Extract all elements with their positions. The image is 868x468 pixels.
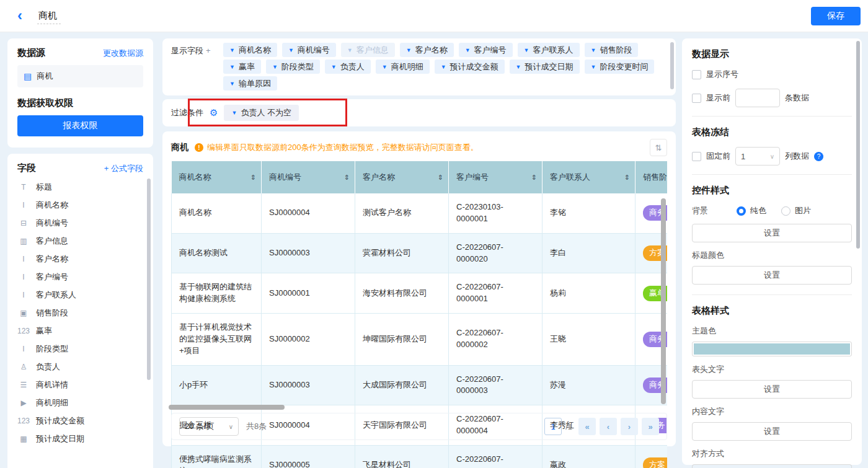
column-sort-icon[interactable]: ⇕ <box>438 174 443 182</box>
column-header[interactable]: 客户编号⇕ <box>449 161 542 193</box>
title-color-set-button[interactable]: 设置 <box>692 266 852 285</box>
column-header[interactable]: 销售阶段 <box>636 161 668 193</box>
show-first-label: 显示前 <box>706 92 730 104</box>
caret-down-icon: ▼ <box>347 47 353 53</box>
back-icon[interactable]: ‹ <box>17 7 22 24</box>
show-index-checkbox[interactable] <box>692 70 701 79</box>
field-item-opportunity-lines[interactable]: ▶商机明细 <box>17 394 143 412</box>
column-sort-icon[interactable]: ⇕ <box>250 174 256 182</box>
display-fields-scrollbar[interactable] <box>670 42 674 89</box>
change-datasource-link[interactable]: 更改数据源 <box>103 48 143 59</box>
header-text-set-button[interactable]: 设置 <box>692 380 852 399</box>
chip-customer-code[interactable]: ▼客户编号 <box>459 43 513 57</box>
table-vertical-scrollbar[interactable] <box>661 198 666 404</box>
chip-opportunity-name[interactable]: ▼商机名称 <box>223 43 277 57</box>
next-page-button[interactable]: › <box>621 418 638 435</box>
field-item-opportunity-detail[interactable]: ☰商机详情 <box>17 376 143 394</box>
content-text-label: 内容文字 <box>692 406 852 417</box>
field-item-stage-type[interactable]: I阶段类型 <box>17 340 143 358</box>
add-display-field-button[interactable]: + <box>206 46 211 55</box>
text-icon: I <box>17 291 30 299</box>
caret-down-icon: ∨ <box>770 153 774 160</box>
fields-scrollbar[interactable] <box>147 179 151 380</box>
chip-stage-type[interactable]: ▼阶段类型 <box>266 60 320 74</box>
chip-lost-reason[interactable]: ▼输单原因 <box>223 76 277 91</box>
number-icon: 123 <box>17 417 30 425</box>
page-title: 商机 <box>37 10 61 24</box>
page-size-select[interactable]: 20 条/页 ∨ <box>179 417 239 436</box>
preview-notice: ! 编辑界面只取数据源前200条作为查询数据预览，完整数据请访问页面查看。 <box>195 142 479 153</box>
caret-down-icon: ▼ <box>231 110 237 116</box>
field-item-customer-contact[interactable]: I客户联系人 <box>17 286 143 304</box>
field-item-expected-amount[interactable]: 123预计成交金额 <box>17 412 143 430</box>
chip-owner[interactable]: ▼负责人 <box>325 60 371 74</box>
text-icon: I <box>17 201 30 210</box>
table-header-row: 商机名称⇕ 商机编号⇕ 客户名称⇕ 客户编号⇕ 客户联系人⇕ 销售阶段 <box>172 161 668 193</box>
chip-customer-info[interactable]: ▼客户信息 <box>341 43 395 57</box>
theme-color-picker[interactable] <box>692 342 852 356</box>
table-row[interactable]: 商机名称SJ0000004测试客户名称C-20230103-0000001李铭 … <box>172 193 668 233</box>
table-row[interactable]: 基于物联网的建筑结构健康检测系统SJ0000001海安材料有限公司C-20220… <box>172 273 668 314</box>
report-permission-button[interactable]: 报表权限 <box>17 115 143 136</box>
content-text-set-button[interactable]: 设置 <box>692 422 852 441</box>
table-row[interactable]: 基于计算机视觉技术的监控摄像头互联网+项目SJ0000002坤曜国际有限公司C-… <box>172 314 668 366</box>
chip-customer-name[interactable]: ▼客户名称 <box>400 43 454 57</box>
datasource-card: 数据源 更改数据源 ▤ 商机 数据获取权限 报表权限 <box>7 38 153 148</box>
field-item-expected-date[interactable]: ▦预计成交日期 <box>17 430 143 448</box>
column-header[interactable]: 客户名称⇕ <box>355 161 449 193</box>
table-row[interactable]: 便携式哮喘病监测系统SJ0000005飞星材料公司C-20220607-0000… <box>172 445 668 468</box>
display-fields-label: 显示字段+ <box>171 43 223 91</box>
save-button[interactable]: 保存 <box>811 7 861 25</box>
datasource-item[interactable]: ▤ 商机 <box>17 65 143 87</box>
table-horizontal-scrollbar[interactable] <box>169 405 285 410</box>
chip-customer-contact[interactable]: ▼客户联系人 <box>518 43 580 57</box>
page-number-input[interactable]: 1 <box>544 418 562 435</box>
chip-expected-amount[interactable]: ▼预计成交金额 <box>435 60 505 74</box>
table-row[interactable]: 商机名称测试SJ0000003蓂霍材料公司C-20220607-0000020李… <box>172 233 668 273</box>
chip-stage-change-time[interactable]: ▼阶段变更时间 <box>585 60 655 74</box>
field-label: 客户信息 <box>36 236 68 247</box>
chip-sales-stage[interactable]: ▼销售阶段 <box>585 43 639 57</box>
settings-scrollbar[interactable] <box>856 41 860 249</box>
field-item-sales-stage[interactable]: ▣销售阶段 <box>17 304 143 322</box>
show-first-checkbox[interactable] <box>692 94 701 103</box>
chip-opportunity-lines[interactable]: ▼商机明细 <box>376 60 430 74</box>
field-item-title[interactable]: T标题 <box>17 178 143 196</box>
field-item-win-rate[interactable]: 123赢率 <box>17 322 143 340</box>
help-icon[interactable]: ? <box>814 152 823 161</box>
caret-down-icon: ▼ <box>406 47 412 53</box>
caret-down-icon: ▼ <box>229 81 235 87</box>
first-page-button[interactable]: « <box>578 418 596 435</box>
gear-icon[interactable]: ⚙ <box>210 107 218 118</box>
column-header[interactable]: 商机编号⇕ <box>262 161 355 193</box>
background-set-button[interactable]: 设置 <box>692 224 852 242</box>
add-formula-field-link[interactable]: + 公式字段 <box>104 163 143 174</box>
field-item-customer-info[interactable]: ▥客户信息 <box>17 232 143 250</box>
filter-condition-chip[interactable]: ▼ 负责人 不为空 <box>224 105 299 121</box>
align-select[interactable] <box>692 464 852 468</box>
freeze-count-select[interactable]: 1 ∨ <box>735 147 780 166</box>
prev-page-button[interactable]: ‹ <box>600 418 617 435</box>
column-sort-icon[interactable]: ⇕ <box>344 174 350 182</box>
row-limit-input[interactable] <box>735 89 780 107</box>
freeze-columns-checkbox[interactable] <box>692 152 701 161</box>
chip-opportunity-code[interactable]: ▼商机编号 <box>282 43 336 57</box>
image-radio[interactable] <box>781 206 790 216</box>
column-header[interactable]: 客户联系人⇕ <box>542 161 636 193</box>
column-header[interactable]: 商机名称⇕ <box>172 161 262 193</box>
field-item-opportunity-code[interactable]: ⊟商机编号 <box>17 214 143 232</box>
field-label: 销售阶段 <box>36 307 68 319</box>
field-item-opportunity-name[interactable]: I商机名称 <box>17 196 143 214</box>
field-item-customer-name[interactable]: I客户名称 <box>17 250 143 268</box>
chip-win-rate[interactable]: ▼赢率 <box>223 60 261 74</box>
sort-toggle-button[interactable]: ⇅ <box>650 139 667 156</box>
table-row[interactable]: 小p手环SJ0000003大成国际有限公司C-20220607-0000003苏… <box>172 365 668 405</box>
text-icon: I <box>17 345 30 353</box>
chip-expected-date[interactable]: ▼预计成交日期 <box>510 60 580 74</box>
column-sort-icon[interactable]: ⇕ <box>531 174 537 182</box>
field-item-owner[interactable]: ♙负责人 <box>17 358 143 376</box>
field-item-customer-code[interactable]: I客户编号 <box>17 268 143 286</box>
solid-color-radio[interactable] <box>737 206 746 216</box>
last-page-button[interactable]: » <box>642 418 659 435</box>
column-sort-icon[interactable]: ⇕ <box>624 174 630 182</box>
